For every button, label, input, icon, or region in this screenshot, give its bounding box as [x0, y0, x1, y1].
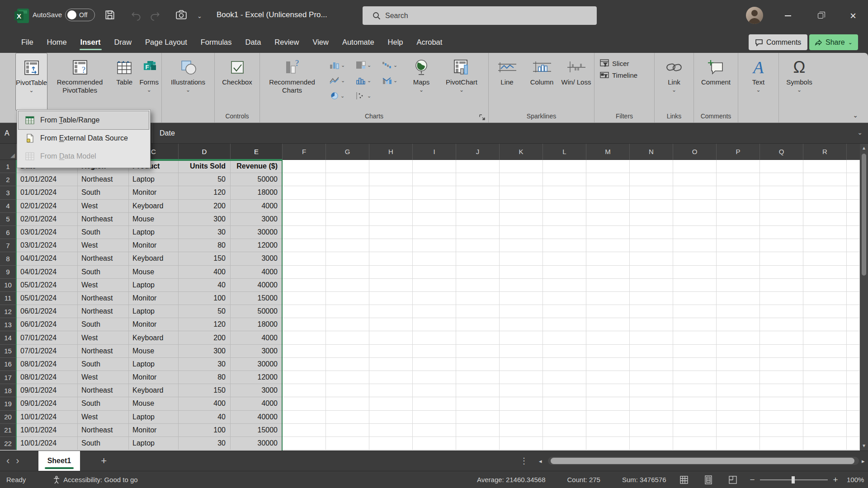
insert-statistic-chart-button[interactable]: ⌄: [350, 73, 377, 88]
cell[interactable]: [500, 252, 543, 265]
cell[interactable]: [673, 173, 717, 186]
cell[interactable]: [283, 239, 326, 252]
row-header-22[interactable]: 22: [0, 437, 17, 450]
cell[interactable]: [717, 292, 760, 305]
cell[interactable]: [456, 345, 500, 358]
collapse-ribbon-icon[interactable]: ⌄: [853, 112, 858, 119]
checkbox-button[interactable]: Checkbox: [216, 53, 259, 111]
cell[interactable]: [673, 239, 717, 252]
cell[interactable]: 05/01/2024: [17, 279, 78, 292]
cell[interactable]: [369, 213, 413, 226]
cell[interactable]: [369, 292, 413, 305]
tab-draw[interactable]: Draw: [108, 34, 139, 51]
cell[interactable]: [283, 384, 326, 397]
cell[interactable]: South: [78, 358, 129, 371]
cell[interactable]: [717, 437, 760, 450]
cell[interactable]: 15000: [231, 292, 283, 305]
cell[interactable]: [500, 437, 543, 450]
cell[interactable]: [717, 411, 760, 424]
cell[interactable]: [283, 173, 326, 186]
cell[interactable]: [760, 437, 803, 450]
cell[interactable]: 30: [179, 358, 231, 371]
save-icon[interactable]: [104, 9, 116, 21]
cell[interactable]: [500, 411, 543, 424]
row-header-18[interactable]: 18: [0, 384, 17, 397]
cell[interactable]: [326, 226, 369, 239]
cell[interactable]: [369, 371, 413, 384]
cell[interactable]: 08/01/2024: [17, 371, 78, 384]
cell[interactable]: 04/01/2024: [17, 252, 78, 265]
cell[interactable]: 100: [179, 424, 231, 437]
cell[interactable]: [369, 239, 413, 252]
cell[interactable]: 100: [179, 292, 231, 305]
cell[interactable]: Northeast: [78, 305, 129, 318]
cell[interactable]: West: [78, 371, 129, 384]
recommended-charts-button[interactable]: ? Recommended Charts: [260, 53, 324, 111]
cell[interactable]: [283, 226, 326, 239]
sparkline-column-button[interactable]: Column: [525, 53, 559, 111]
cell[interactable]: [543, 186, 586, 199]
row-header-19[interactable]: 19: [0, 397, 17, 410]
cell[interactable]: [500, 384, 543, 397]
cell[interactable]: [630, 266, 673, 279]
row-header-6[interactable]: 6: [0, 226, 17, 239]
insert-waterfall-chart-button[interactable]: ⌄: [377, 57, 403, 73]
quick-access-chevron-icon[interactable]: ⌄: [197, 13, 202, 19]
scroll-up-icon[interactable]: ▴: [863, 144, 865, 152]
row-header-3[interactable]: 3: [0, 186, 17, 199]
cell[interactable]: 10/01/2024: [17, 424, 78, 437]
cell[interactable]: [369, 186, 413, 199]
cell[interactable]: [760, 318, 803, 331]
sheet-options-dots-icon[interactable]: ⋮: [520, 456, 528, 466]
cell[interactable]: [456, 186, 500, 199]
cell[interactable]: South: [78, 437, 129, 450]
cell[interactable]: [543, 345, 586, 358]
cell[interactable]: [283, 186, 326, 199]
page-break-view-button[interactable]: [727, 474, 739, 486]
cell[interactable]: [326, 239, 369, 252]
cell[interactable]: [326, 345, 369, 358]
cell[interactable]: [413, 252, 456, 265]
cell[interactable]: [803, 213, 847, 226]
cell[interactable]: Laptop: [129, 411, 179, 424]
cell[interactable]: [543, 266, 586, 279]
cell[interactable]: [847, 384, 860, 397]
cell[interactable]: [500, 318, 543, 331]
cell[interactable]: [369, 318, 413, 331]
cell[interactable]: 02/01/2024: [17, 213, 78, 226]
cell[interactable]: 07/01/2024: [17, 331, 78, 344]
cell[interactable]: [456, 411, 500, 424]
row-header-15[interactable]: 15: [0, 345, 17, 358]
cell[interactable]: [717, 371, 760, 384]
cell[interactable]: 4000: [231, 397, 283, 410]
cell[interactable]: [847, 371, 860, 384]
cell[interactable]: [847, 397, 860, 410]
cell[interactable]: 15000: [231, 424, 283, 437]
cell[interactable]: [673, 437, 717, 450]
cell[interactable]: [760, 200, 803, 213]
cell[interactable]: [760, 266, 803, 279]
cell[interactable]: [543, 318, 586, 331]
cell[interactable]: South: [78, 186, 129, 199]
cell[interactable]: [760, 305, 803, 318]
cell[interactable]: [543, 226, 586, 239]
cell[interactable]: 30000: [231, 437, 283, 450]
cell[interactable]: [456, 266, 500, 279]
cell[interactable]: [847, 252, 860, 265]
cell[interactable]: [456, 424, 500, 437]
average-stat[interactable]: Average: 21460.34568: [477, 476, 546, 483]
cell[interactable]: [500, 226, 543, 239]
cell[interactable]: [847, 292, 860, 305]
cell[interactable]: 09/01/2024: [17, 384, 78, 397]
tab-review[interactable]: Review: [268, 34, 306, 51]
cell[interactable]: [803, 345, 847, 358]
cell[interactable]: 06/01/2024: [17, 318, 78, 331]
expand-formula-bar-icon[interactable]: ⌄: [857, 129, 863, 136]
cell[interactable]: [413, 345, 456, 358]
cell[interactable]: Monitor: [129, 318, 179, 331]
share-button[interactable]: Share ⌄: [809, 34, 858, 50]
cell[interactable]: [413, 318, 456, 331]
zoom-in-button[interactable]: +: [831, 475, 840, 485]
cell[interactable]: [283, 397, 326, 410]
cell[interactable]: [586, 397, 630, 410]
